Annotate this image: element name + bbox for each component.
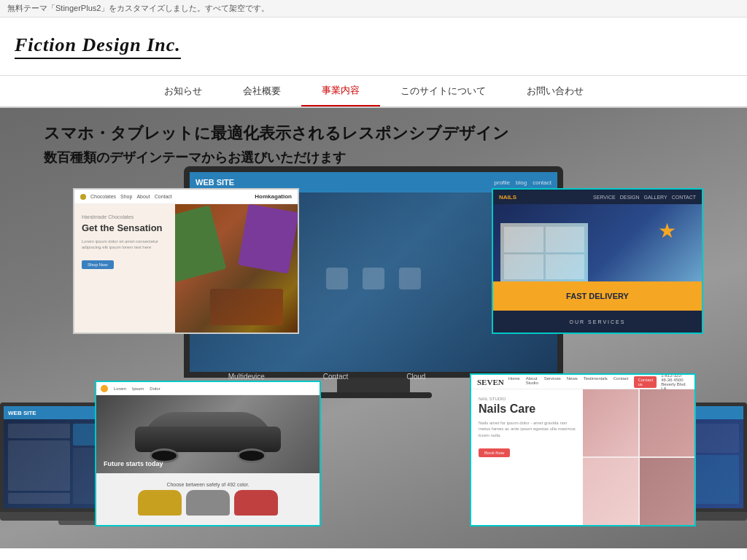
nav-item-contact[interactable]: お問い合わせ	[506, 76, 604, 106]
car-slogan: Future starts today	[104, 460, 163, 467]
delivery-nav: NAILS SERVICE DESIGN GALLERY CONTACT	[493, 190, 702, 204]
nails-image-4	[640, 458, 695, 525]
mini-car-3	[234, 490, 278, 516]
nails-nav: SEVEN Home About Studio Services News Te…	[471, 375, 694, 389]
nav-item-jigyo[interactable]: 事業内容	[301, 76, 380, 106]
nails-nav-links: Home About Studio Services News Testimon…	[508, 376, 657, 388]
car-hero-section: Future starts today	[96, 395, 320, 473]
laptop-left-brand: WEB SITE	[8, 410, 36, 416]
site-logo[interactable]: Fiction Design Inc.	[15, 34, 181, 59]
hero-text-block: スマホ・タブレットに最適化表示されるレスポンシブデザイン 数百種類のデザインテー…	[44, 122, 509, 166]
nails-image-1	[583, 389, 638, 456]
choc-nav-link-about: About	[136, 194, 150, 199]
nav-item-kaisha[interactable]: 会社概要	[222, 76, 301, 106]
logo-text-label: Fiction Design Inc.	[15, 34, 181, 59]
delivery-star-icon: ★	[658, 219, 680, 241]
car-sub-label: Choose between safety of 492 color.	[138, 482, 278, 487]
choc-brand: Homkagation	[255, 193, 292, 200]
choc-purple-card	[238, 204, 298, 273]
car-nav: Lorem Ipsum Dolor	[96, 382, 320, 395]
nails-cta: Contact us	[634, 376, 657, 388]
card-nails: SEVEN Home About Studio Services News Te…	[470, 373, 696, 526]
card-chocolate: Chocolates Shop About Contact Homkagatio…	[73, 188, 299, 334]
monitors-area: WEB SITE profile blog contact	[0, 166, 747, 548]
nails-button: Book Now	[479, 448, 510, 457]
monitor-base	[315, 392, 432, 398]
delivery-body: ★ FAST DELIVERY OUR SERVICES	[493, 204, 702, 332]
nails-desc: Nails amet for ipsum dolor - amet gravid…	[479, 420, 576, 438]
delivery-banner-text: FAST DELIVERY	[566, 292, 629, 300]
card-car: Lorem Ipsum Dolor Future starts today	[95, 381, 321, 526]
delivery-banner: FAST DELIVERY	[493, 281, 702, 311]
choc-nav-link-shop: Shop	[120, 194, 132, 199]
chocolate-nav: Chocolates Shop About Contact Homkagatio…	[74, 190, 298, 204]
mini-car-2	[186, 490, 230, 516]
header: Fiction Design Inc.	[0, 18, 747, 76]
mini-car-1	[138, 490, 182, 516]
hero-heading-1: スマホ・タブレットに最適化表示されるレスポンシブデザイン	[44, 122, 509, 144]
top-bar: 無料テーマ「StingerPlus2」をカスタマイズしました。すべて架空です。	[0, 0, 747, 18]
choc-nav-link-contact: Contact	[155, 194, 172, 199]
delivery-logo: NAILS	[499, 194, 516, 201]
car-logo-icon	[101, 385, 108, 392]
chocolate-body: Handmade Chocolates Get the Sensation Lo…	[74, 204, 298, 332]
nails-title: Nails Care	[479, 402, 576, 416]
car-nav-links: Lorem Ipsum Dolor	[114, 386, 160, 391]
main-nav: お知らせ 会社概要 事業内容 このサイトについて お問い合わせ	[0, 76, 747, 108]
choc-desc: Lorem ipsum dolor sit amet consectetur a…	[82, 238, 168, 251]
nails-left: NAIL STUDIO Nails Care Nails amet for ip…	[471, 389, 583, 525]
label-multidevice: Multidevice	[228, 373, 265, 381]
mockup-nav-brand: WEB SITE	[196, 178, 234, 187]
chocolate-image	[175, 204, 298, 332]
top-bar-notice: 無料テーマ「StingerPlus2」をカスタマイズしました。すべて架空です。	[7, 4, 269, 12]
mockup-nav-links: profile blog contact	[494, 179, 551, 186]
delivery-nav-links: SERVICE DESIGN GALLERY CONTACT	[593, 195, 696, 200]
label-cloud: Cloud	[406, 373, 425, 381]
nails-image-3	[583, 458, 638, 525]
nails-right	[583, 389, 694, 525]
nav-item-about[interactable]: このサイトについて	[380, 76, 506, 106]
nails-brand: SEVEN	[477, 378, 504, 386]
nails-image-2	[640, 389, 695, 456]
choc-title: Get the Sensation	[82, 222, 168, 234]
choc-logo-icon	[80, 194, 86, 200]
hero-section: スマホ・タブレットに最適化表示されるレスポンシブデザイン 数百種類のデザインテー…	[0, 108, 747, 548]
nails-phone: 1-812-322-46-36 4500 Beverly Blvd LA	[661, 373, 689, 391]
nails-section-label: NAIL STUDIO	[479, 397, 576, 401]
hero-heading-2: 数百種類のデザインテーマからお選びいただけます	[44, 149, 509, 166]
label-contact: Contact	[323, 373, 348, 381]
nav-item-oshirase[interactable]: お知らせ	[144, 76, 222, 106]
delivery-services: OUR SERVICES	[493, 311, 702, 332]
choc-subtitle: Handmade Chocolates	[82, 214, 168, 219]
car-body: Future starts today Choose between safet…	[96, 395, 320, 525]
choc-green-card	[175, 205, 226, 284]
choc-nav-link-chocolates: Chocolates	[90, 194, 116, 199]
car-lower-section: Choose between safety of 492 color.	[96, 473, 320, 525]
chocolate-left: Handmade Chocolates Get the Sensation Lo…	[74, 204, 175, 332]
chocolate-right	[175, 204, 298, 332]
choc-button: Shop Now	[82, 260, 114, 269]
nails-body: NAIL STUDIO Nails Care Nails amet for ip…	[471, 389, 694, 525]
card-delivery: NAILS SERVICE DESIGN GALLERY CONTACT	[492, 188, 703, 334]
